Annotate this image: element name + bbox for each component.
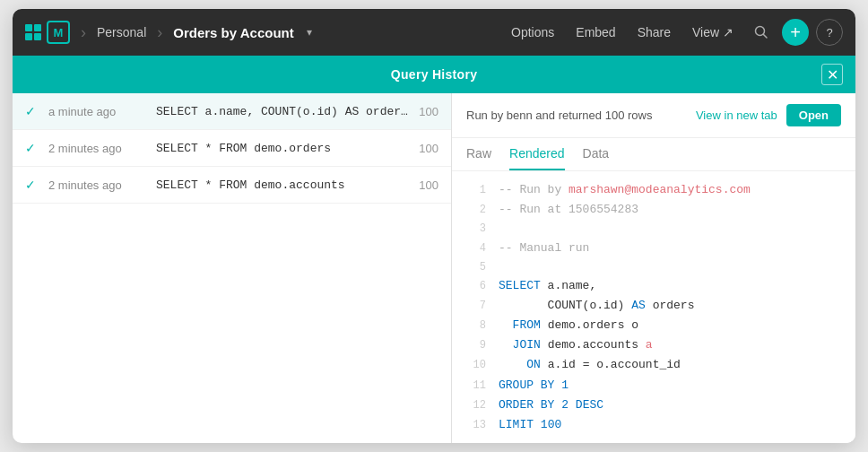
check-icon-2: ✓ [25, 141, 39, 155]
close-button[interactable]: ✕ [821, 64, 843, 85]
row-count-3: 100 [419, 178, 438, 192]
embed-button[interactable]: Embed [569, 22, 622, 43]
view-new-tab-link[interactable]: View in new tab [696, 109, 777, 122]
nav-report-title[interactable]: Orders by Account [173, 25, 293, 40]
add-button[interactable]: + [782, 19, 809, 46]
sql-line-1: 1 -- Run by marshawn@modeanalytics.com [452, 180, 855, 200]
logo-m-icon: M [47, 21, 70, 44]
query-detail-header: Run by benn and returned 100 rows View i… [452, 93, 855, 138]
sql-line-13: 13 LIMIT 100 [452, 415, 855, 435]
query-meta: Run by benn and returned 100 rows [466, 109, 652, 122]
view-button[interactable]: View ↗ [685, 22, 741, 43]
sql-preview-3: SELECT * FROM demo.accounts [156, 178, 410, 192]
row-count-2: 100 [419, 142, 438, 155]
nav-divider: › [81, 23, 86, 42]
query-history-bar: Query History ✕ [13, 56, 855, 93]
query-list: ✓ a minute ago SELECT a.name, COUNT(o.id… [13, 93, 452, 443]
tab-rendered[interactable]: Rendered [509, 138, 565, 170]
options-button[interactable]: Options [504, 22, 561, 43]
sql-code-area: 1 -- Run by marshawn@modeanalytics.com 2… [452, 171, 855, 443]
sql-line-4: 4 -- Manual run [452, 239, 855, 258]
nav-logo-area: M [25, 21, 70, 44]
tab-raw[interactable]: Raw [466, 138, 491, 170]
check-icon-3: ✓ [25, 178, 39, 192]
sql-line-8: 8 FROM demo.orders o [452, 316, 855, 335]
query-item-1[interactable]: ✓ a minute ago SELECT a.name, COUNT(o.id… [13, 93, 451, 130]
query-detail: Run by benn and returned 100 rows View i… [452, 93, 855, 443]
nav-divider-2: › [157, 23, 162, 42]
sql-line-5: 5 [452, 258, 855, 276]
sql-preview-2: SELECT * FROM demo.orders [156, 142, 410, 155]
query-detail-actions: View in new tab Open [696, 104, 841, 126]
query-history-title: Query History [391, 67, 478, 82]
sql-line-6: 6 SELECT a.name, [452, 276, 855, 296]
sql-line-7: 7 COUNT(o.id) AS orders [452, 296, 855, 316]
search-button[interactable] [748, 19, 775, 46]
row-count-1: 100 [419, 105, 438, 118]
nav-personal-label[interactable]: Personal [97, 25, 146, 39]
sql-line-2: 2 -- Run at 1506554283 [452, 200, 855, 220]
svg-line-1 [764, 35, 768, 39]
time-ago-1: a minute ago [48, 105, 147, 118]
time-ago-3: 2 minutes ago [48, 178, 147, 192]
sql-line-10: 10 ON a.id = o.account_id [452, 355, 855, 375]
logo-grid-icon [25, 24, 41, 40]
navbar: M › Personal › Orders by Account ▾ Optio… [13, 9, 855, 56]
sql-line-12: 12 ORDER BY 2 DESC [452, 396, 855, 415]
share-button[interactable]: Share [630, 22, 678, 43]
nav-actions: Options Embed Share View ↗ + ? [504, 19, 843, 46]
sql-line-11: 11 GROUP BY 1 [452, 376, 855, 396]
help-button[interactable]: ? [816, 19, 843, 46]
query-item-2[interactable]: ✓ 2 minutes ago SELECT * FROM demo.order… [13, 130, 451, 167]
nav-chevron-icon: ▾ [307, 26, 312, 39]
time-ago-2: 2 minutes ago [48, 142, 147, 155]
query-tabs: Raw Rendered Data [452, 138, 855, 171]
query-item-3[interactable]: ✓ 2 minutes ago SELECT * FROM demo.accou… [13, 167, 451, 204]
search-icon [754, 25, 768, 39]
open-button[interactable]: Open [786, 104, 841, 126]
sql-line-3: 3 [452, 220, 855, 238]
sql-preview-1: SELECT a.name, COUNT(o.id) AS orders FRO… [156, 105, 410, 118]
sql-line-9: 9 JOIN demo.accounts a [452, 335, 855, 355]
app-window: M › Personal › Orders by Account ▾ Optio… [13, 9, 855, 443]
check-icon-1: ✓ [25, 104, 39, 118]
main-content: ✓ a minute ago SELECT a.name, COUNT(o.id… [13, 93, 855, 443]
tab-data[interactable]: Data [583, 138, 610, 170]
